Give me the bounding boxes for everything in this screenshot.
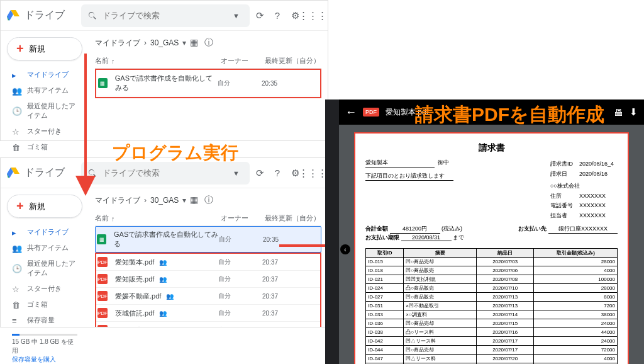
- plus-icon: +: [16, 199, 24, 213]
- file-name: 愛知販売.pdf: [115, 275, 154, 284]
- chevron-right-icon: ›: [144, 38, 147, 47]
- file-name: 愛媛不動産.pdf: [115, 292, 161, 301]
- info-icon[interactable]: ⓘ: [204, 37, 213, 48]
- file-row[interactable]: PDF茨城信託.pdf👥自分20:37: [96, 305, 320, 322]
- drive-window-before: ドライブ ▼ ⟳ ? ⚙ ⋮⋮⋮ + 新規 ▸マイドライブ👥共有アイテム🕒最近使…: [0, 0, 328, 141]
- grid-view-icon[interactable]: ▦: [190, 37, 198, 48]
- sidebar-item[interactable]: 🕒最近使用したアイテム: [3, 98, 86, 123]
- shared-icon: 👥: [159, 276, 167, 283]
- sidebar-item[interactable]: ▸マイドライブ: [3, 224, 86, 240]
- crumb-folder[interactable]: 30_GAS: [150, 38, 179, 47]
- pdf-icon: PDF: [97, 291, 108, 301]
- back-icon[interactable]: ←: [345, 106, 357, 119]
- file-row[interactable]: ▦GASで請求書作成を自動化してみる自分20:35: [97, 71, 319, 96]
- apps-icon[interactable]: ⋮⋮⋮: [306, 9, 319, 22]
- nav-icon: ▸: [12, 228, 21, 237]
- sidebar-item[interactable]: ≡保存容量: [3, 312, 86, 328]
- ready-icon[interactable]: ⟳: [253, 167, 266, 179]
- total-amount: 481200円: [390, 225, 440, 234]
- invoice-note: 下記項目のとおり請求致します: [365, 172, 453, 181]
- nav-label: マイドライブ: [27, 70, 69, 79]
- arrow-down: [78, 54, 93, 195]
- file-date: 20:38: [262, 327, 319, 327]
- info-icon[interactable]: ⓘ: [204, 195, 213, 206]
- nav-icon: 🕒: [12, 106, 21, 115]
- sidebar-item[interactable]: ▸マイドライブ: [3, 67, 86, 82]
- download-icon[interactable]: ⬇: [630, 106, 638, 118]
- crumb-root[interactable]: マイドライブ: [95, 195, 140, 206]
- file-owner: 自分: [218, 292, 262, 300]
- shared-icon: 👥: [159, 327, 167, 327]
- sidebar-item[interactable]: 🕒最近使用したアイテム: [3, 256, 86, 281]
- col-name[interactable]: 名前 ↑: [95, 213, 221, 223]
- search-input[interactable]: [103, 11, 224, 20]
- file-owner: 自分: [218, 79, 262, 88]
- sidebar-item[interactable]: ☆スター付き: [3, 281, 86, 297]
- pdf-page-area[interactable]: ‹ 請求書 愛知製本 御中 下記項目のとおり請求致します 請求書ID2020/0…: [339, 125, 644, 364]
- new-button[interactable]: + 新規: [7, 37, 82, 60]
- plus-icon: +: [16, 42, 24, 56]
- invoice-title: 請求書: [365, 142, 618, 154]
- col-name[interactable]: 名前 ↑: [95, 56, 221, 65]
- col-owner[interactable]: オーナー: [221, 56, 265, 65]
- crumb-folder[interactable]: 30_GAS: [150, 196, 179, 205]
- pdf-icon: PDF: [97, 308, 108, 318]
- search-input[interactable]: [103, 168, 224, 178]
- sidebar-item[interactable]: ☆スター付き: [3, 123, 86, 139]
- sidebar-item[interactable]: 👥共有アイテム: [3, 240, 86, 256]
- file-name: 愛知製本.pdf: [115, 258, 154, 267]
- help-icon[interactable]: ?: [271, 9, 284, 22]
- header-tools: ⟳ ? ⚙ ⋮⋮⋮: [250, 9, 323, 22]
- search-box[interactable]: ▼: [81, 4, 250, 27]
- column-headers: 名前 ↑ オーナー 最終更新（自分）: [95, 54, 321, 69]
- print-icon[interactable]: 🖶: [614, 107, 623, 118]
- search-options-caret[interactable]: ▼: [229, 169, 243, 177]
- nav-icon: 👥: [12, 244, 21, 253]
- file-name: GASで請求書作成を自動化してみる: [115, 74, 218, 93]
- breadcrumb[interactable]: マイドライブ › 30_GAS ▾ ▦ⓘ: [95, 192, 321, 211]
- pay-to: 銀行口座XXXXXXX: [548, 225, 618, 234]
- ready-icon[interactable]: ⟳: [253, 9, 266, 22]
- sidebar-item[interactable]: 👥共有アイテム: [3, 82, 86, 98]
- buy-storage-link[interactable]: 保存容量を購入: [12, 355, 77, 364]
- chevron-down-icon[interactable]: ▾: [182, 38, 186, 47]
- drive-logo[interactable]: ドライブ: [6, 8, 81, 23]
- nav-label: 共有アイテム: [27, 243, 69, 253]
- shared-icon: 👥: [159, 310, 167, 317]
- file-name: GASで請求書作成を自動化してみる: [114, 230, 219, 249]
- nav-icon: 🗑: [12, 143, 21, 152]
- file-row[interactable]: PDF愛知販売.pdf👥自分20:37: [96, 271, 320, 288]
- col-date[interactable]: 最終更新（自分）: [265, 56, 321, 65]
- customer-name: 愛知製本: [365, 159, 388, 166]
- crumb-root[interactable]: マイドライブ: [95, 38, 140, 48]
- file-row[interactable]: PDF愛知製本.pdf👥自分20:37: [96, 254, 320, 271]
- drive-header: ドライブ ▼ ⟳ ? ⚙ ⋮⋮⋮: [1, 1, 328, 31]
- invoice-line: ID-047凹△リース料2020/07/204000: [366, 355, 618, 363]
- search-icon: [87, 11, 97, 21]
- prev-page-icon[interactable]: ‹: [340, 244, 350, 254]
- drive-icon: [6, 8, 21, 23]
- annotation-program-run: プログラム実行: [112, 141, 238, 165]
- nav-label: ゴミ箱: [27, 300, 48, 309]
- nav-label: 最近使用したアイテム: [27, 259, 77, 278]
- col-owner[interactable]: オーナー: [221, 213, 265, 223]
- sidebar-item[interactable]: 🗑ゴミ箱: [3, 139, 86, 155]
- nav-label: スター付き: [27, 127, 62, 136]
- drive-logo-text: ドライブ: [25, 9, 65, 22]
- file-row[interactable]: PDF茨城物産.pdf👥自分20:38: [96, 322, 320, 327]
- sidebar-item[interactable]: 🗑ゴミ箱: [3, 297, 86, 312]
- sort-up-icon: ↑: [111, 57, 115, 65]
- drive-logo[interactable]: ドライブ: [6, 166, 81, 181]
- help-icon[interactable]: ?: [271, 167, 284, 179]
- grid-view-icon[interactable]: ▦: [190, 195, 198, 206]
- nav-icon: ≡: [12, 316, 21, 325]
- col-date[interactable]: 最終更新（自分）: [265, 213, 321, 223]
- chevron-down-icon[interactable]: ▾: [182, 196, 186, 205]
- pdf-icon: PDF: [97, 274, 108, 284]
- new-button[interactable]: + 新規: [7, 195, 82, 218]
- search-options-caret[interactable]: ▼: [229, 12, 243, 20]
- apps-icon[interactable]: ⋮⋮⋮: [306, 167, 319, 179]
- file-row[interactable]: PDF愛媛不動産.pdf👥自分20:37: [96, 288, 320, 305]
- generated-files-box: PDF愛知製本.pdf👥自分20:37PDF愛知販売.pdf👥自分20:37PD…: [95, 253, 321, 327]
- breadcrumb[interactable]: マイドライブ › 30_GAS ▾ ▦ⓘ: [95, 35, 321, 54]
